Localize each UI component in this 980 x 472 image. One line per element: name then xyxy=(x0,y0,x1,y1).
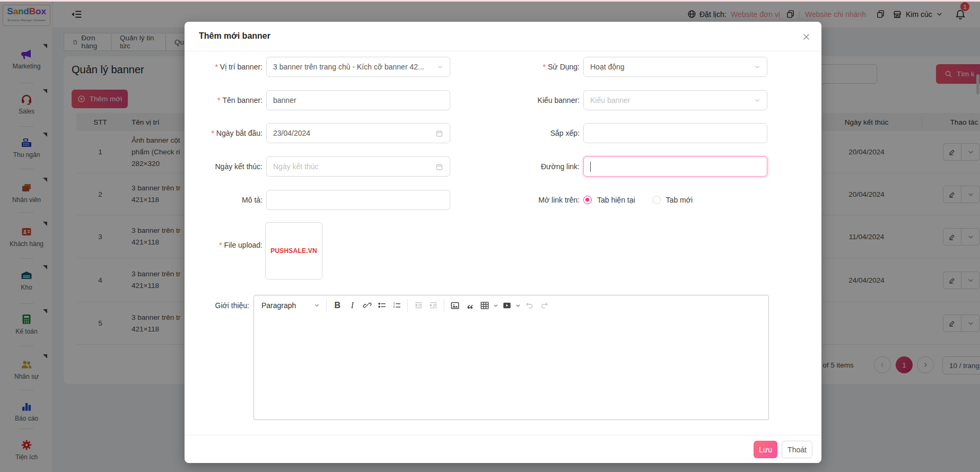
modal-header-divider xyxy=(185,51,821,51)
scrollbar-thumb[interactable] xyxy=(976,74,979,94)
undo-button[interactable] xyxy=(522,298,537,313)
editor-content-area[interactable] xyxy=(253,315,769,420)
file-upload-label: File upload: xyxy=(185,235,262,255)
chevron-down-icon xyxy=(314,302,320,308)
italic-button[interactable]: I xyxy=(345,298,360,313)
save-button[interactable]: Lưu xyxy=(754,441,777,458)
end-date-input[interactable]: Ngày kết thúc xyxy=(266,156,450,177)
usage-select[interactable]: Hoạt động xyxy=(583,57,767,77)
redo-button[interactable] xyxy=(537,298,552,313)
banner-type-select[interactable]: Kiểu banner xyxy=(583,90,767,110)
progress-bar xyxy=(0,0,980,2)
close-icon[interactable] xyxy=(798,28,815,45)
chevron-down-icon xyxy=(754,64,760,70)
sort-label: Sắp xếp: xyxy=(450,123,580,143)
numbered-list-button[interactable]: 12 xyxy=(389,298,404,313)
description-label: Mô tả: xyxy=(185,190,262,210)
table-options-chevron[interactable] xyxy=(492,298,500,313)
sort-input[interactable] xyxy=(583,123,767,143)
paragraph-style-select[interactable]: Paragraph xyxy=(259,301,323,310)
text-cursor xyxy=(590,162,591,172)
link-label: Đường link: xyxy=(450,156,580,177)
insert-table-button[interactable] xyxy=(477,298,492,313)
radio-new-tab-label: Tab mới xyxy=(666,196,693,204)
blockquote-button[interactable]: “ xyxy=(462,298,477,313)
banner-type-label: Kiểu banner: xyxy=(450,90,580,110)
start-date-label: Ngày bắt đầu: xyxy=(185,123,262,143)
chevron-down-icon xyxy=(754,97,760,103)
banner-name-label: Tên banner: xyxy=(185,90,262,110)
open-link-label: Mở link trên: xyxy=(450,190,580,210)
start-date-input[interactable]: 23/04/2024 xyxy=(266,123,450,143)
radio-current-tab-label: Tab hiện tại xyxy=(597,196,635,204)
link-input[interactable] xyxy=(583,156,767,177)
end-date-label: Ngày kết thúc: xyxy=(185,156,262,177)
indent-button[interactable] xyxy=(426,298,441,313)
insert-media-button[interactable] xyxy=(500,298,514,313)
outdent-button[interactable] xyxy=(411,298,426,313)
chevron-down-icon xyxy=(437,64,443,70)
usage-label: Sử Dụng: xyxy=(450,57,580,77)
svg-text:1: 1 xyxy=(393,302,395,305)
bulleted-list-button[interactable] xyxy=(374,298,389,313)
add-banner-modal: Thêm mới banner Vị trí banner: 3 banner … xyxy=(185,22,821,463)
svg-text:2: 2 xyxy=(393,305,395,308)
position-select[interactable]: 3 banner trên trang chủ - Kích cỡ banner… xyxy=(266,57,450,77)
link-button[interactable] xyxy=(360,298,374,313)
radio-current-tab[interactable] xyxy=(583,196,592,204)
bold-button[interactable]: B xyxy=(330,298,345,313)
media-options-chevron[interactable] xyxy=(514,298,522,313)
description-input[interactable] xyxy=(266,190,450,210)
modal-footer-divider xyxy=(185,435,821,435)
calendar-icon xyxy=(435,163,443,171)
editor-toolbar: Paragraph B I 12 “ xyxy=(253,295,769,316)
app-window: SandBox Business Manager Software Market… xyxy=(0,0,980,472)
position-label: Vị trí banner: xyxy=(185,57,262,77)
calendar-icon xyxy=(435,129,443,137)
exit-button[interactable]: Thoát xyxy=(782,441,812,458)
intro-label: Giới thiệu: xyxy=(185,295,249,316)
radio-new-tab[interactable] xyxy=(652,196,661,204)
modal-title: Thêm mới banner xyxy=(199,31,270,41)
uploaded-image: PUSHSALE.VN xyxy=(268,225,320,277)
insert-image-button[interactable] xyxy=(448,298,462,313)
file-upload-preview[interactable]: PUSHSALE.VN xyxy=(265,222,322,279)
banner-name-input[interactable]: banner xyxy=(266,90,450,110)
